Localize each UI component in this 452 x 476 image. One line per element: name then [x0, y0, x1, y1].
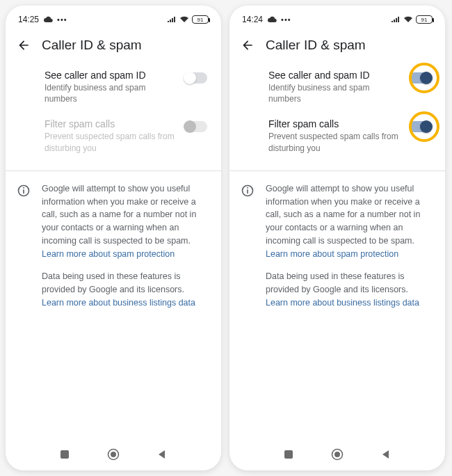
setting-subtitle: Prevent suspected spam calls from distur… [268, 131, 401, 153]
app-header: Caller ID & spam [229, 28, 445, 58]
nav-recents[interactable] [58, 447, 72, 461]
svg-point-5 [111, 452, 116, 457]
info-paragraph-1: Google will attempt to show you useful i… [42, 182, 207, 261]
status-time: 14:25 [18, 15, 39, 24]
nav-home[interactable] [106, 447, 120, 461]
settings-section: See caller and spam ID Identify business… [6, 58, 221, 170]
setting-title: See caller and spam ID [268, 70, 401, 81]
link-business-listings[interactable]: Learn more about business listings data [42, 298, 195, 308]
svg-rect-8 [247, 187, 248, 189]
toggle-filter-spam[interactable] [409, 121, 431, 132]
page-title: Caller ID & spam [266, 38, 366, 53]
setting-subtitle: Identify business and spam numbers [268, 82, 401, 104]
info-icon [17, 184, 32, 319]
nav-back[interactable] [155, 447, 169, 461]
signal-icon [391, 16, 401, 23]
info-paragraph-1: Google will attempt to show you useful i… [266, 182, 431, 261]
wifi-icon [403, 16, 413, 23]
info-icon [241, 184, 256, 319]
link-spam-protection[interactable]: Learn more about spam protection [42, 249, 175, 259]
toggle-see-caller-id[interactable] [409, 72, 431, 84]
toggle-see-caller-id[interactable] [185, 72, 207, 84]
setting-title: See caller and spam ID [45, 70, 177, 81]
svg-rect-7 [247, 189, 248, 193]
link-spam-protection[interactable]: Learn more about spam protection [266, 249, 398, 259]
setting-see-caller-id[interactable]: See caller and spam ID Identify business… [229, 63, 445, 111]
more-icon: ••• [57, 15, 67, 24]
setting-filter-spam[interactable]: Filter spam calls Prevent suspected spam… [229, 111, 445, 160]
page-title: Caller ID & spam [42, 38, 142, 53]
svg-rect-1 [23, 189, 24, 193]
status-bar: 14:24 ••• 91 [229, 6, 445, 28]
settings-section: See caller and spam ID Identify business… [229, 58, 445, 170]
nav-recents[interactable] [282, 447, 296, 461]
nav-back[interactable] [379, 447, 393, 461]
phone-screen-left: 14:25 ••• 91 Caller ID & spam See [6, 6, 221, 470]
setting-filter-spam: Filter spam calls Prevent suspected spam… [6, 111, 221, 160]
info-section: Google will attempt to show you useful i… [229, 171, 445, 319]
svg-rect-9 [284, 450, 293, 459]
cloud-icon [43, 16, 53, 23]
back-button[interactable] [17, 38, 31, 52]
setting-subtitle: Identify business and spam numbers [45, 82, 177, 104]
info-paragraph-2: Data being used in these features is pro… [266, 270, 431, 309]
app-header: Caller ID & spam [6, 28, 221, 58]
nav-bar [229, 443, 445, 470]
nav-bar [6, 443, 221, 470]
phone-screen-right: 14:24 ••• 91 Caller ID & spam See [229, 6, 445, 470]
status-bar: 14:25 ••• 91 [6, 6, 221, 28]
info-paragraph-2: Data being used in these features is pro… [42, 270, 207, 309]
info-section: Google will attempt to show you useful i… [6, 171, 221, 319]
nav-home[interactable] [330, 447, 344, 461]
battery-icon: 91 [192, 15, 209, 24]
setting-title: Filter spam calls [45, 118, 177, 129]
toggle-filter-spam [185, 121, 207, 132]
more-icon: ••• [281, 15, 291, 24]
battery-icon: 91 [416, 15, 433, 24]
status-time: 14:24 [242, 15, 263, 24]
cloud-icon [267, 16, 277, 23]
setting-see-caller-id[interactable]: See caller and spam ID Identify business… [6, 63, 221, 111]
svg-rect-3 [60, 450, 69, 459]
setting-subtitle: Prevent suspected spam calls from distur… [45, 131, 177, 153]
svg-point-11 [334, 452, 340, 457]
setting-title: Filter spam calls [268, 118, 401, 129]
signal-icon [167, 16, 177, 23]
back-button[interactable] [241, 38, 255, 52]
wifi-icon [179, 16, 189, 23]
link-business-listings[interactable]: Learn more about business listings data [266, 298, 419, 308]
svg-rect-2 [23, 187, 24, 189]
